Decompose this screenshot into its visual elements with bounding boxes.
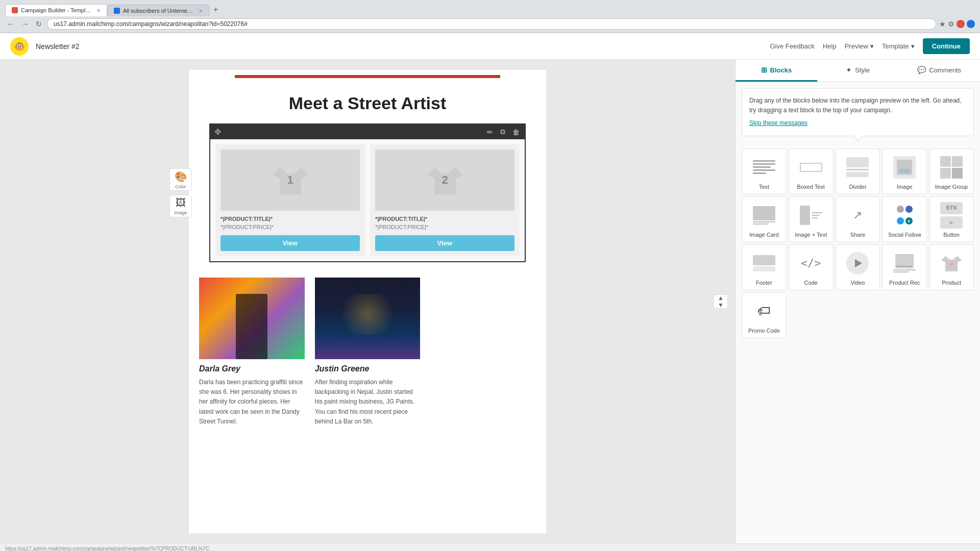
comments-tab-icon: 💬 [917,66,926,74]
product-rec-block-icon [891,250,918,277]
artist-card-justin: Justin Greene After finding inspiration … [315,278,421,427]
tab2-close[interactable]: ✕ [199,8,203,14]
product-title-1: *|PRODUCT:TITLE|* [220,216,273,222]
image-icon: 🖼 [176,197,186,209]
block-code[interactable]: </> Code [789,244,834,290]
product-block-icon [938,250,965,277]
share-block-label: Share [850,232,865,238]
back-button[interactable]: ← [5,19,16,29]
image-group-block-label: Image Group [935,184,968,190]
tshirt-icon-2 [427,162,463,198]
delete-block-button[interactable]: 🗑 [511,127,521,137]
block-product[interactable]: Product [929,244,974,290]
block-image-card[interactable]: Image Card [742,196,787,242]
image-side-btn[interactable]: 🖼 Image [169,195,192,217]
share-block-icon: ↗ [844,202,871,229]
new-tab-button[interactable]: + [209,3,222,16]
blocks-grid-container: Text Boxed Text [736,146,980,340]
block-product-rec[interactable]: Product Rec [882,244,927,290]
info-box-message: Drag any of the blocks below into the ca… [749,97,962,114]
email-heading: Meet a Street Artist [189,78,546,123]
comments-tab-label: Comments [929,66,961,74]
url-bar[interactable]: us17.admin.mailchimp.com/campaigns/wizar… [47,18,936,30]
color-side-btn[interactable]: 🎨 Color [169,168,192,191]
tab-comments[interactable]: 💬 Comments [898,60,980,82]
tab2-favicon [114,8,120,14]
text-block-icon [751,154,777,181]
blocks-tab-icon: ⊞ [761,66,767,74]
image-text-block-label: Image + Text [795,232,827,238]
info-box: Drag any of the blocks below into the ca… [742,88,974,136]
promo-code-block-icon: 🏷 [751,298,777,324]
block-image[interactable]: Image [882,148,927,194]
preview-dropdown[interactable]: Preview ▾ [845,42,874,50]
tab1-favicon [12,7,18,13]
product-view-btn-1[interactable]: View [220,235,360,251]
tab1-close[interactable]: ✕ [96,8,101,13]
block-social-follow[interactable]: + Social Follow [882,196,927,242]
image-text-block-icon [798,202,824,229]
edit-block-button[interactable]: ✏ [486,127,494,137]
image-block-label: Image [897,184,913,190]
drag-handle[interactable]: ✥ [214,127,221,137]
canvas-side-toolbar: 🎨 Color 🖼 Image [169,168,192,217]
status-url: https://us17.admin.mailchimp.com/campaig… [5,546,209,551]
tab-blocks[interactable]: ⊞ Blocks [736,60,817,82]
reload-button[interactable]: ↻ [34,19,44,29]
video-block-icon [844,250,871,277]
email-canvas: Meet a Street Artist 🎨 Color 🖼 Image [189,70,546,533]
scroll-up-button[interactable]: ▲ ▼ [714,294,728,309]
browser-icon-3 [957,20,965,28]
artist-card-darla: Darla Grey Darla has been practicing gra… [199,278,305,427]
image-label: Image [174,210,187,215]
product-image-1: 1 [220,149,360,211]
block-video[interactable]: Video [836,244,880,290]
image-block-icon [891,154,918,181]
artist-name-justin: Justin Greene [315,364,421,373]
image-group-block-icon [938,154,965,181]
social-follow-block-icon: + [891,202,918,229]
button-block-label: Button [943,232,960,238]
image-card-block-icon [751,202,777,229]
continue-button[interactable]: Continue [923,38,970,54]
text-block-label: Text [759,184,769,190]
forward-button[interactable]: → [19,19,31,29]
block-divider[interactable]: Divider [836,148,880,194]
duplicate-block-button[interactable]: ⧉ [499,127,506,137]
skip-messages-link[interactable]: Skip these messages [749,118,966,128]
help-link[interactable]: Help [823,42,837,50]
artist-card-empty [430,278,536,427]
product-block-toolbar: ✥ ✏ ⧉ 🗑 [210,124,525,139]
feedback-link[interactable]: Give Feedback [770,42,814,50]
status-bar: https://us17.admin.mailchimp.com/campaig… [0,543,980,551]
tab-style[interactable]: ✦ Style [817,60,899,82]
product-item-1: 1 *|PRODUCT:TITLE|* *|PRODUCT:PRICE|* Vi… [215,144,365,256]
block-footer[interactable]: Footer [742,244,787,290]
boxed-text-block-label: Boxed Text [797,184,825,190]
image-card-block-label: Image Card [749,232,778,238]
browser-tab-1[interactable]: Campaign Builder - Template ... ✕ [5,4,107,16]
browser-tab-2[interactable]: All subscribers of Unternehm... ✕ [107,5,209,16]
divider-block-label: Divider [849,184,866,190]
block-promo-code[interactable]: 🏷 Promo Code [742,292,787,338]
block-text[interactable]: Text [742,148,787,194]
footer-block-label: Footer [756,280,772,286]
footer-block-icon [751,250,777,277]
product-title-2: *|PRODUCT:TITLE|* [375,216,427,222]
color-label: Color [175,184,186,189]
product-block-label: Product [942,280,961,286]
product-price-2: *|PRODUCT:PRICE|* [375,224,428,230]
template-dropdown[interactable]: Template ▾ [882,42,915,50]
product-image-2: 2 [375,149,514,211]
block-boxed-text[interactable]: Boxed Text [789,148,834,194]
template-chevron: ▾ [911,42,915,50]
artist-bio-darla: Darla has been practicing graffiti since… [199,378,305,427]
artist-bio-justin: After finding inspiration while backpack… [315,378,421,427]
product-price-1: *|PRODUCT:PRICE|* [220,224,274,230]
product-view-btn-2[interactable]: View [375,235,514,251]
block-button[interactable]: BTN ▶ Button [929,196,974,242]
style-tab-label: Style [855,66,870,74]
block-image-group[interactable]: Image Group [929,148,974,194]
block-share[interactable]: ↗ Share [836,196,880,242]
block-image-text[interactable]: Image + Text [789,196,834,242]
